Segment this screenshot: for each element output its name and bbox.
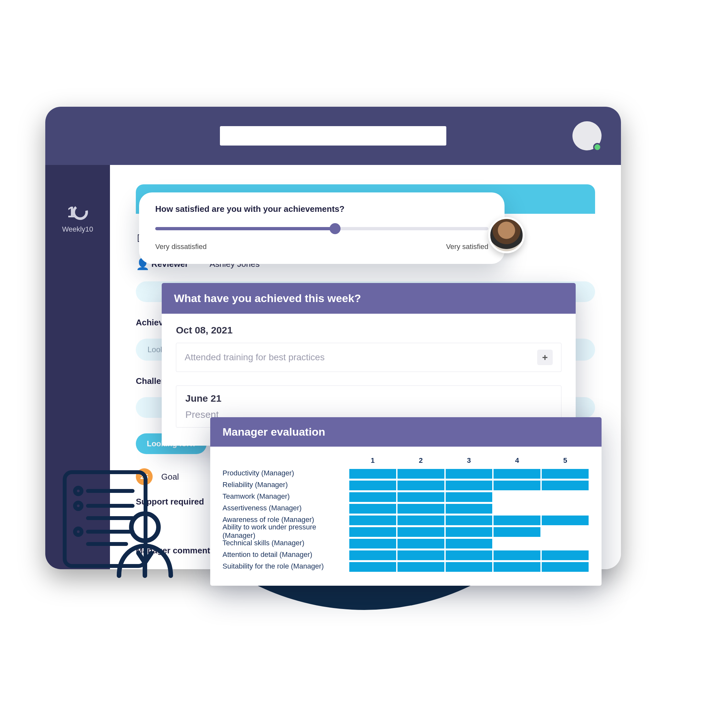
satisfaction-question: How satisfied are you with your achievem… — [155, 204, 488, 214]
evaluation-bar-segment — [398, 527, 444, 537]
evaluation-bar-segment — [542, 492, 589, 502]
evaluation-bar-segment — [542, 504, 589, 514]
evaluation-bar-segment — [542, 515, 589, 525]
evaluation-bar-segment — [542, 480, 589, 490]
evaluation-row-label: Assertiveness (Manager) — [223, 502, 349, 514]
evaluation-bar-segment — [494, 504, 540, 514]
evaluation-bar-segment — [398, 492, 444, 502]
evaluation-bar-segment — [398, 504, 444, 514]
evaluation-bar-segment — [446, 562, 492, 572]
evaluation-bar-row — [349, 549, 589, 561]
evaluation-bar-segment — [349, 562, 396, 572]
svg-point-5 — [75, 503, 81, 509]
evaluation-bar-segment — [494, 480, 540, 490]
evaluation-bar-row — [349, 538, 589, 549]
report-person-illustration — [58, 462, 178, 579]
evaluation-grid: 12345 — [349, 456, 589, 573]
evaluation-bar-segment — [398, 480, 444, 490]
satisfaction-slider[interactable] — [155, 223, 488, 235]
evaluation-row-label: Ability to work under pressure (Manager) — [223, 526, 349, 537]
scale-cell: 4 — [493, 456, 541, 468]
user-avatar[interactable] — [488, 217, 525, 253]
sidebar-item-weekly10[interactable]: 1 Weekly10 — [62, 200, 93, 234]
evaluation-bar-segment — [494, 539, 540, 549]
evaluation-bar-segment — [446, 539, 492, 549]
add-achievement-button[interactable]: + — [537, 350, 553, 365]
evaluation-bar-segment — [542, 469, 589, 479]
achievement-input[interactable]: Attended training for best practices + — [176, 343, 561, 372]
titlebar — [45, 107, 621, 165]
evaluation-row-label: Attention to detail (Manager) — [223, 549, 349, 560]
satisfaction-card: How satisfied are you with your achievem… — [139, 193, 505, 264]
evaluation-bar-segment — [542, 562, 589, 572]
evaluation-row-label: Reliability (Manager) — [223, 479, 349, 491]
evaluation-bar-segment — [446, 480, 492, 490]
current-date-label: Oct 08, 2021 — [176, 325, 561, 336]
evaluation-bar-segment — [542, 551, 589, 560]
evaluation-bar-segment — [494, 527, 540, 537]
evaluation-bar-segment — [446, 469, 492, 479]
evaluation-row-label: Productivity (Manager) — [223, 467, 349, 479]
evaluation-bar-segment — [494, 551, 540, 560]
evaluation-bar-row — [349, 480, 589, 491]
evaluation-bar-segment — [446, 527, 492, 537]
slider-min-label: Very dissatisfied — [155, 243, 206, 251]
slider-max-label: Very satisfied — [446, 243, 488, 251]
slider-fill — [155, 227, 335, 230]
evaluation-row-labels: Productivity (Manager)Reliability (Manag… — [223, 456, 349, 573]
scale-cell: 3 — [445, 456, 493, 468]
evaluation-bar-segment — [446, 551, 492, 560]
evaluation-bar-segment — [398, 469, 444, 479]
evaluation-bar-row — [349, 491, 589, 503]
evaluation-bar-segment — [349, 515, 396, 525]
evaluation-bar-segment — [349, 480, 396, 490]
evaluation-bar-segment — [349, 527, 396, 537]
evaluation-bar-segment — [494, 469, 540, 479]
evaluation-bar-row — [349, 468, 589, 480]
evaluation-bar-segment — [446, 492, 492, 502]
weekly10-icon: 1 — [62, 200, 93, 224]
sidebar-item-label: Weekly10 — [62, 225, 93, 234]
evaluation-bar-segment — [349, 551, 396, 560]
evaluation-bar-segment — [349, 539, 396, 549]
evaluation-row-label: Suitability for the role (Manager) — [223, 560, 349, 572]
svg-point-8 — [75, 528, 81, 535]
achievement-placeholder: Attended training for best practices — [185, 352, 325, 362]
evaluation-bar-row — [349, 526, 589, 538]
presence-indicator — [593, 143, 601, 151]
previous-date-label: June 21 — [185, 393, 552, 404]
evaluation-bar-segment — [349, 492, 396, 502]
evaluation-bar-segment — [494, 562, 540, 572]
evaluation-card-title: Manager evaluation — [210, 417, 601, 447]
slider-thumb[interactable] — [330, 223, 341, 234]
svg-point-3 — [75, 488, 81, 494]
evaluation-bar-segment — [398, 562, 444, 572]
evaluation-bar-segment — [542, 527, 589, 537]
evaluation-bar-segment — [398, 515, 444, 525]
evaluation-bar-segment — [542, 539, 589, 549]
evaluation-bar-segment — [494, 515, 540, 525]
evaluation-bar-segment — [349, 469, 396, 479]
scale-cell: 2 — [397, 456, 445, 468]
evaluation-row-label: Teamwork (Manager) — [223, 491, 349, 502]
evaluation-bar-segment — [349, 504, 396, 514]
achievements-card-title: What have you achieved this week? — [162, 283, 576, 314]
scale-cell: 5 — [541, 456, 589, 468]
evaluation-scale-row: 12345 — [349, 456, 589, 468]
evaluation-bar-segment — [446, 515, 492, 525]
scale-cell: 1 — [349, 456, 397, 468]
evaluation-bar-segment — [446, 504, 492, 514]
search-input[interactable] — [220, 126, 446, 145]
evaluation-bar-row — [349, 503, 589, 515]
evaluation-bar-segment — [398, 539, 444, 549]
evaluation-card: Manager evaluation Productivity (Manager… — [210, 417, 601, 586]
evaluation-bar-segment — [398, 551, 444, 560]
evaluation-bar-segment — [494, 492, 540, 502]
evaluation-bar-row — [349, 515, 589, 526]
evaluation-bar-row — [349, 561, 589, 573]
